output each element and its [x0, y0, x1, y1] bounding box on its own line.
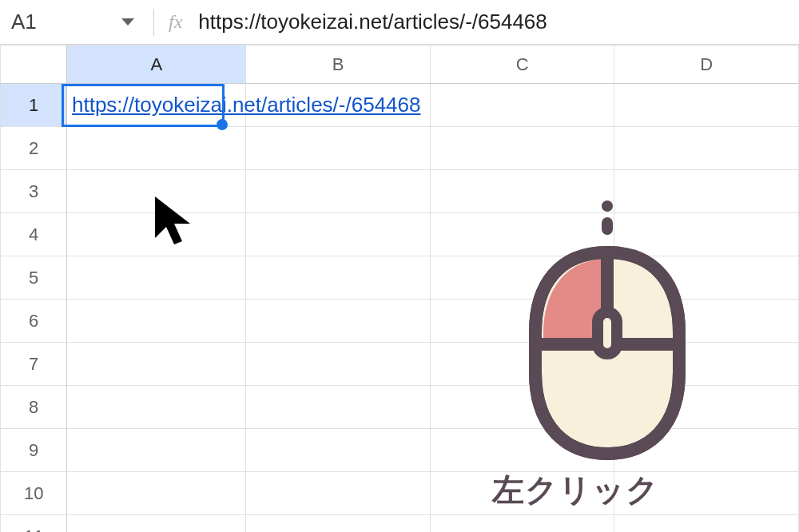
- cell-B2[interactable]: [246, 127, 431, 170]
- cell-A10[interactable]: [67, 472, 246, 515]
- row-header-10[interactable]: 10: [1, 472, 67, 515]
- svg-point-1: [602, 200, 613, 212]
- col-header-B[interactable]: B: [246, 46, 431, 84]
- cell-B6[interactable]: [246, 300, 431, 343]
- cell-B5[interactable]: [246, 256, 431, 300]
- row-header-11[interactable]: 11: [1, 515, 67, 533]
- select-all-corner[interactable]: [1, 46, 67, 84]
- cell-B11[interactable]: [246, 515, 431, 533]
- mouse-annotation-label: 左クリック: [492, 468, 659, 512]
- cell-B8[interactable]: [246, 386, 431, 429]
- mouse-left-click-icon: [511, 197, 703, 463]
- cell-B7[interactable]: [246, 343, 431, 386]
- separator: [153, 9, 154, 36]
- cell-A2[interactable]: [67, 127, 246, 170]
- row-header-9[interactable]: 9: [1, 429, 67, 472]
- cursor-arrow-icon: [152, 193, 200, 260]
- col-header-D[interactable]: D: [614, 46, 799, 84]
- col-header-A[interactable]: A: [67, 46, 246, 84]
- spreadsheet-grid[interactable]: A B C D 1 2 3 4 5 6 7 8 9 10 11: [0, 45, 799, 532]
- svg-rect-2: [602, 217, 613, 235]
- cell-A7[interactable]: [67, 343, 246, 386]
- svg-marker-0: [155, 197, 190, 244]
- cell-B3[interactable]: [246, 170, 431, 213]
- cell-C2[interactable]: [430, 127, 614, 170]
- cell-A9[interactable]: [67, 429, 246, 472]
- name-box-dropdown-icon[interactable]: [121, 18, 134, 26]
- cell-A5[interactable]: [67, 256, 246, 300]
- cell-B9[interactable]: [246, 429, 431, 472]
- cell-D1[interactable]: [614, 84, 799, 127]
- fx-icon[interactable]: fx: [169, 11, 182, 33]
- row-header-5[interactable]: 5: [1, 256, 67, 300]
- formula-input[interactable]: https://toyokeizai.net/articles/-/654468: [198, 10, 796, 34]
- cell-reference: A1: [11, 10, 121, 34]
- cell-C1[interactable]: [430, 84, 614, 127]
- cell-A6[interactable]: [67, 300, 246, 343]
- cell-B10[interactable]: [246, 472, 431, 515]
- row-header-1[interactable]: 1: [1, 84, 67, 127]
- cell-B4[interactable]: [246, 213, 431, 256]
- cell-D2[interactable]: [614, 127, 799, 170]
- cell-A11[interactable]: [67, 515, 246, 533]
- row-header-2[interactable]: 2: [1, 127, 67, 170]
- row-header-8[interactable]: 8: [1, 386, 67, 429]
- cell-D11[interactable]: [614, 515, 799, 533]
- cell-A8[interactable]: [67, 386, 246, 429]
- svg-rect-7: [598, 312, 617, 354]
- cell-A1-link[interactable]: https://toyokeizai.net/articles/-/654468: [72, 93, 420, 117]
- row-header-6[interactable]: 6: [1, 300, 67, 343]
- row-header-3[interactable]: 3: [1, 170, 67, 213]
- row-header-7[interactable]: 7: [1, 343, 67, 386]
- col-header-C[interactable]: C: [430, 46, 614, 84]
- formula-bar: A1 fx https://toyokeizai.net/articles/-/…: [0, 0, 799, 45]
- name-box[interactable]: A1: [3, 0, 147, 44]
- cell-C11[interactable]: [430, 515, 614, 533]
- row-header-4[interactable]: 4: [1, 213, 67, 256]
